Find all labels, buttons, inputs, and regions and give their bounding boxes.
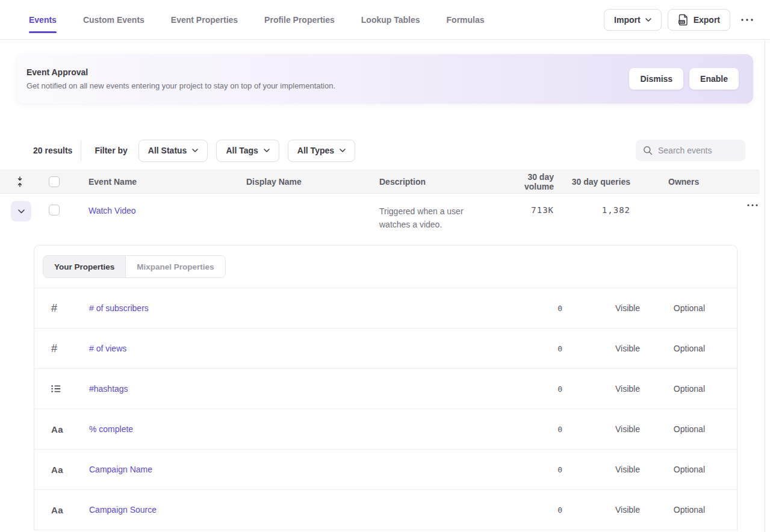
queries-value: 1,382: [554, 194, 630, 215]
collapse-all-icon: [16, 176, 23, 187]
col-30-day-queries: 30 day queries: [554, 177, 630, 187]
events-table-header: Event Name Display Name Description 30 d…: [0, 170, 760, 194]
property-row: Aa Campaign Source 0 Visible Optional: [34, 490, 737, 530]
chevron-down-icon: [340, 149, 346, 152]
property-query-count: 0: [456, 385, 563, 394]
results-count: 20 results: [33, 146, 72, 155]
list-type-icon: [51, 385, 61, 393]
tags-filter-value: All Tags: [226, 146, 258, 155]
col-event-name: Event Name: [88, 177, 246, 187]
property-row: # # of views 0 Visible Optional: [34, 329, 737, 369]
chevron-down-icon: [192, 149, 198, 152]
collapse-all-button[interactable]: [0, 176, 40, 187]
collapse-row-button[interactable]: [11, 201, 31, 221]
property-requirement: Optional: [640, 424, 705, 434]
property-row: # # of subscribers 0 Visible Optional: [34, 288, 737, 329]
search-input[interactable]: [658, 146, 738, 155]
event-approval-banner: Event Approval Get notified on all new e…: [17, 54, 753, 104]
status-filter-dropdown[interactable]: All Status: [138, 140, 208, 162]
property-query-count: 0: [456, 465, 563, 474]
property-query-count: 0: [456, 425, 563, 434]
text-type-icon: Aa: [51, 505, 63, 515]
tab-lookup-tables[interactable]: Lookup Tables: [361, 11, 420, 33]
banner-description: Get notified on all new events entering …: [26, 81, 629, 90]
property-link[interactable]: % complete: [89, 424, 133, 434]
volume-value: 713K: [500, 194, 554, 215]
property-row: Aa Campaign Name 0 Visible Optional: [34, 450, 737, 490]
property-link[interactable]: Campaign Name: [89, 465, 152, 474]
property-requirement: Optional: [640, 344, 705, 353]
properties-panel: Your Properties Mixpanel Properties # # …: [34, 245, 737, 530]
row-checkbox[interactable]: [49, 205, 60, 215]
import-button-label: Import: [614, 15, 641, 25]
svg-text:csv: csv: [679, 20, 685, 23]
chevron-down-icon: [645, 18, 651, 22]
property-requirement: Optional: [640, 505, 705, 515]
property-query-count: 0: [456, 344, 563, 353]
property-query-count: 0: [456, 304, 563, 313]
banner-title: Event Approval: [26, 67, 629, 77]
tab-events[interactable]: Events: [29, 11, 57, 33]
filter-by-label: Filter by: [95, 146, 127, 155]
more-options-button[interactable]: [736, 9, 758, 31]
property-requirement: Optional: [640, 465, 705, 474]
property-link[interactable]: # of views: [89, 344, 126, 353]
col-owners: Owners: [668, 177, 734, 187]
ellipsis-icon: [747, 204, 758, 206]
search-box: [636, 140, 745, 161]
col-description: Description: [379, 177, 500, 187]
tab-your-properties[interactable]: Your Properties: [43, 256, 125, 277]
property-visibility: Visible: [563, 344, 640, 353]
search-icon: [643, 146, 653, 155]
property-visibility: Visible: [563, 384, 640, 394]
property-visibility: Visible: [563, 505, 640, 515]
event-description-line1: Triggered when a user: [379, 205, 500, 218]
export-button-label: Export: [694, 15, 720, 25]
property-visibility: Visible: [563, 465, 640, 474]
dismiss-button[interactable]: Dismiss: [629, 68, 683, 90]
property-link[interactable]: #hashtags: [89, 384, 128, 394]
select-all-checkbox[interactable]: [49, 176, 60, 187]
lexicon-tabs: Events Custom Events Event Properties Pr…: [29, 9, 485, 31]
event-row-watch-video: Watch Video Triggered when a user watche…: [0, 194, 770, 245]
property-requirement: Optional: [640, 303, 705, 313]
tags-filter-dropdown[interactable]: All Tags: [216, 140, 279, 162]
properties-tab-group: Your Properties Mixpanel Properties: [43, 255, 226, 278]
ellipsis-icon: [741, 19, 753, 21]
property-row: Aa % complete 0 Visible Optional: [34, 409, 737, 450]
enable-button[interactable]: Enable: [689, 68, 739, 90]
property-visibility: Visible: [563, 424, 640, 434]
tab-mixpanel-properties[interactable]: Mixpanel Properties: [125, 256, 225, 277]
export-button[interactable]: csv Export: [668, 9, 730, 31]
property-visibility: Visible: [563, 303, 640, 313]
row-more-options-button[interactable]: [742, 204, 763, 206]
property-row: #hashtags 0 Visible Optional: [34, 369, 737, 409]
tab-formulas[interactable]: Formulas: [447, 11, 485, 33]
page-right-border: [765, 40, 765, 532]
chevron-down-icon: [264, 149, 270, 152]
col-30-day-volume: 30 day volume: [500, 172, 554, 191]
property-link[interactable]: Campaign Source: [89, 505, 157, 515]
event-description-line2: watches a video.: [379, 218, 500, 231]
tab-profile-properties[interactable]: Profile Properties: [264, 11, 335, 33]
text-type-icon: Aa: [51, 465, 63, 475]
csv-file-icon: csv: [678, 14, 689, 26]
number-type-icon: #: [51, 342, 57, 355]
number-type-icon: #: [51, 302, 57, 315]
import-button[interactable]: Import: [604, 9, 662, 31]
event-name-link[interactable]: Watch Video: [88, 206, 136, 215]
divider: [81, 140, 81, 161]
property-requirement: Optional: [640, 384, 705, 394]
text-type-icon: Aa: [51, 424, 63, 435]
tab-custom-events[interactable]: Custom Events: [83, 11, 144, 33]
types-filter-dropdown[interactable]: All Types: [288, 140, 355, 162]
col-display-name: Display Name: [246, 177, 379, 187]
status-filter-value: All Status: [148, 146, 187, 155]
top-navigation: Events Custom Events Event Properties Pr…: [0, 0, 770, 40]
filter-toolbar: 20 results Filter by All Status All Tags…: [0, 140, 770, 161]
chevron-down-icon: [18, 209, 25, 214]
property-link[interactable]: # of subscribers: [89, 303, 149, 313]
property-query-count: 0: [456, 506, 563, 515]
tab-event-properties[interactable]: Event Properties: [171, 11, 238, 33]
types-filter-value: All Types: [297, 146, 334, 155]
